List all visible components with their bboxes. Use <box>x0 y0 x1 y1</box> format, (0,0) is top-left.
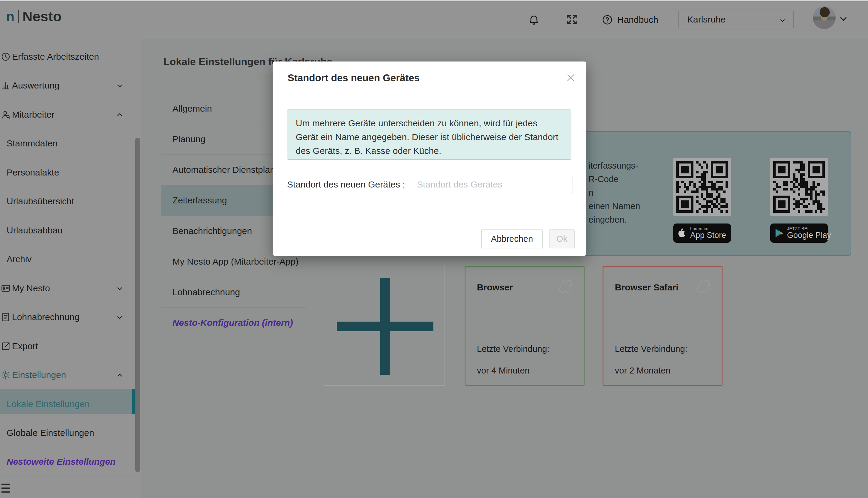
apple-icon <box>677 228 687 238</box>
bell-icon[interactable] <box>528 13 540 26</box>
app-logo: n Nesto <box>6 9 62 25</box>
help-circle-icon <box>602 14 613 26</box>
bar-chart-icon <box>1 80 11 91</box>
logo-divider <box>18 10 19 23</box>
plus-icon <box>337 322 433 331</box>
chevron-down-icon <box>116 313 123 321</box>
clock-icon <box>1 52 11 62</box>
modal-title: Standort des neuen Gerätes <box>288 72 419 84</box>
sidebar-item-urlaubsabbau[interactable]: Urlaubsabbau <box>0 224 135 236</box>
sidebar-item-nestoweite-einstellungen[interactable]: Nestoweite Einstellungen <box>0 456 135 468</box>
sidebar-bottom-divider <box>0 476 141 476</box>
sidebar-item-stammdaten[interactable]: Stammdaten <box>0 137 135 149</box>
export-icon <box>1 341 11 351</box>
sidebar-item-label: Auswertung <box>12 80 59 91</box>
sidebar-item-label: Einstellungen <box>12 370 66 380</box>
ok-button[interactable]: Ok <box>549 229 575 248</box>
fullscreen-icon[interactable] <box>566 13 578 26</box>
sidebar-item-lokale-einstellungen[interactable]: Lokale Einstellungen <box>0 398 135 410</box>
app-store-qr-code <box>673 158 731 216</box>
sidebar-item-label: Archiv <box>6 254 31 264</box>
close-icon[interactable] <box>565 72 576 83</box>
badge-store-name: App Store <box>690 231 726 239</box>
logo-mark: n <box>6 9 14 25</box>
modal-header-divider <box>272 94 586 94</box>
sidebar-scrollbar[interactable] <box>135 138 140 472</box>
sidebar-item-einstellungen[interactable]: Einstellungen <box>0 369 135 381</box>
unlink-icon[interactable] <box>559 279 573 294</box>
last-connection-label: Letzte Verbindung: <box>477 344 549 354</box>
add-device-card[interactable] <box>324 266 445 386</box>
location-select-value: Karlsruhe <box>687 14 725 25</box>
tab-label: Allgemein <box>172 104 212 114</box>
tab-nesto-konfiguration[interactable]: Nesto-Konfiguration (intern) <box>161 307 306 338</box>
unlink-icon[interactable] <box>696 279 711 294</box>
tab-label: Planung <box>172 134 205 144</box>
sidebar: n Nesto Erfasste Arbeitszeiten Auswertun… <box>0 1 141 498</box>
ok-button-label: Ok <box>556 234 567 244</box>
sidebar-item-label: My Nesto <box>12 283 50 293</box>
badge-tagline: Laden im <box>690 226 726 231</box>
last-connection-value: vor 2 Monaten <box>615 366 670 376</box>
sidebar-item-my-nesto[interactable]: My Nesto <box>0 282 135 294</box>
device-location-label: Standort des neuen Gerätes : <box>287 180 402 189</box>
device-location-input[interactable] <box>409 176 573 193</box>
sidebar-item-archiv[interactable]: Archiv <box>0 253 135 265</box>
google-play-qr-code <box>770 158 828 216</box>
sidebar-item-label: Export <box>12 341 38 351</box>
sidebar-item-label: Urlaubsübersicht <box>6 196 74 206</box>
chevron-down-icon <box>779 16 786 23</box>
tab-label: Benachrichtigungen <box>172 226 252 236</box>
sidebar-item-label: Mitarbeiter <box>12 109 55 120</box>
new-device-modal: Standort des neuen Gerätes Um mehrere Ge… <box>272 62 586 256</box>
logo-name: Nesto <box>23 9 62 25</box>
tab-label: Zeiterfassung <box>172 195 227 206</box>
tab-label: Automatischer Dienstplan <box>172 165 275 175</box>
location-select[interactable]: Karlsruhe <box>679 10 793 29</box>
chevron-down-icon <box>116 82 123 89</box>
sidebar-item-label: Nestoweite Einstellungen <box>6 457 116 467</box>
last-connection-label: Letzte Verbindung: <box>615 344 687 354</box>
sidebar-item-globale-einstellungen[interactable]: Globale Einstellungen <box>0 427 135 439</box>
modal-info-text: Um mehrere Geräte unterscheiden zu könne… <box>296 116 560 158</box>
google-play-badge: JETZT BEI Google Play <box>770 223 828 243</box>
device-card-browser[interactable]: Browser Letzte Verbindung: vor 4 Minuten <box>465 266 585 386</box>
modal-info-box: Um mehrere Geräte unterscheiden zu könne… <box>287 109 571 160</box>
id-card-icon <box>1 283 11 293</box>
device-card-title: Browser Safari <box>615 282 679 292</box>
gear-icon <box>1 370 11 380</box>
sidebar-item-export[interactable]: Export <box>0 340 135 352</box>
sidebar-item-urlaubsuebersicht[interactable]: Urlaubsübersicht <box>0 195 135 207</box>
modal-footer-divider <box>272 223 586 223</box>
sidebar-item-label: Urlaubsabbau <box>6 225 63 236</box>
sidebar-item-label: Lohnabrechnung <box>12 312 79 322</box>
invoice-icon <box>1 312 11 322</box>
app-screen: n Nesto Erfasste Arbeitszeiten Auswertun… <box>0 0 868 498</box>
sidebar-item-label: Globale Einstellungen <box>6 428 94 438</box>
sidebar-item-auswertung[interactable]: Auswertung <box>0 79 135 92</box>
cancel-button-label: Abbrechen <box>491 234 533 244</box>
sidebar-item-label: Personalakte <box>6 167 59 178</box>
device-card-browser-safari[interactable]: Browser Safari Letzte Verbindung: vor 2 … <box>603 266 722 386</box>
tab-label: My Nesto App (Mitarbeiter-App) <box>172 257 298 267</box>
sidebar-item-erfasste-arbeitszeiten[interactable]: Erfasste Arbeitszeiten <box>0 51 135 63</box>
sidebar-item-mitarbeiter[interactable]: Mitarbeiter <box>0 109 135 121</box>
manual-label: Handbuch <box>617 15 658 25</box>
sidebar-item-lohnabrechnung[interactable]: Lohnabrechnung <box>0 311 135 323</box>
cancel-button[interactable]: Abbrechen <box>481 229 543 248</box>
topbar: Handbuch Karlsruhe <box>141 1 868 39</box>
tab-label: Lohnabrechnung <box>172 287 240 297</box>
tab-lohnabrechnung[interactable]: Lohnabrechnung <box>161 277 306 307</box>
user-menu-chevron-icon[interactable] <box>838 14 849 23</box>
chevron-down-icon <box>116 284 123 292</box>
sidebar-item-label: Erfasste Arbeitszeiten <box>12 52 99 62</box>
google-play-icon <box>774 228 784 238</box>
collapse-menu-icon[interactable] <box>1 482 11 494</box>
user-search-icon <box>1 109 11 120</box>
manual-link[interactable]: Handbuch <box>602 14 673 26</box>
sidebar-item-personalakte[interactable]: Personalakte <box>0 167 135 179</box>
chevron-up-icon <box>116 371 123 379</box>
chevron-up-icon <box>116 111 123 118</box>
avatar[interactable] <box>813 6 836 29</box>
badge-tagline: JETZT BEI <box>787 226 831 231</box>
